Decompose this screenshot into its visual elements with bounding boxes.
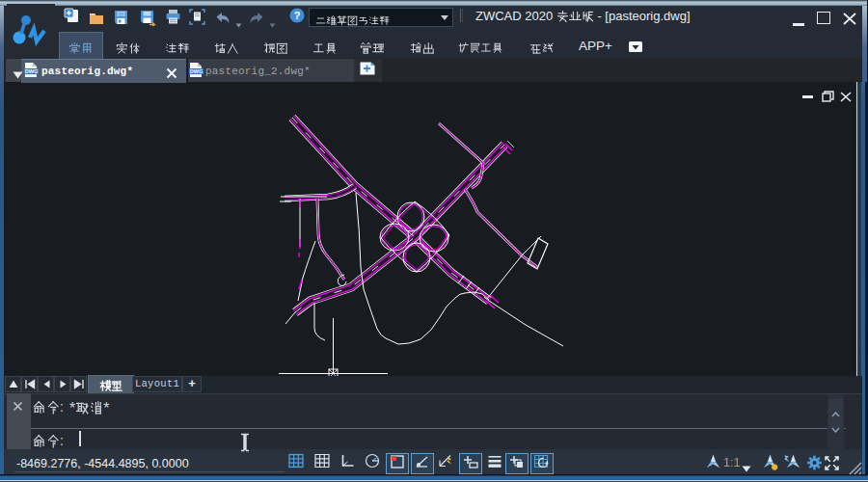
svg-text:?: ? bbox=[294, 10, 301, 21]
svg-text:DWG: DWG bbox=[25, 68, 38, 74]
svg-text:DWG: DWG bbox=[190, 68, 203, 74]
